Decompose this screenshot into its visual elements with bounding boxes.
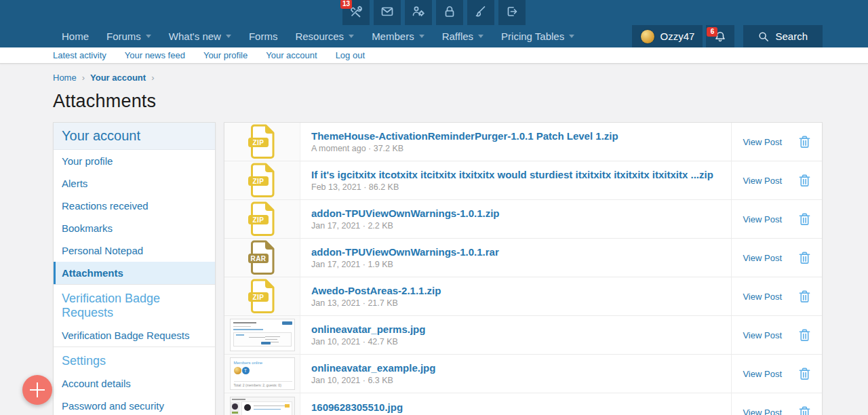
zip-file-icon: ZIP	[248, 201, 277, 237]
member-avatar: T	[242, 367, 250, 374]
subnav-link-latest-activity[interactable]: Latest activity	[53, 50, 106, 60]
svg-text:ZIP: ZIP	[252, 139, 264, 146]
chevron-right-icon: ›	[151, 73, 154, 83]
sidebar-item-bookmarks[interactable]: Bookmarks	[54, 217, 215, 239]
nav-item-what-s-new[interactable]: What's new	[160, 25, 240, 47]
alerts-button[interactable]: 6	[706, 25, 734, 47]
page-title: Attachments	[53, 91, 823, 112]
page-body: Home › Your account › Attachments Your a…	[0, 64, 868, 415]
attachment-row: RAR addon-TPUViewOwnWarnings-1.0.1.rar J…	[224, 239, 822, 277]
delete-attachment-button[interactable]	[798, 251, 811, 265]
attachment-title-link[interactable]: addon-TPUViewOwnWarnings-1.0.1.rar	[311, 246, 720, 258]
attachment-icon-cell	[224, 393, 300, 415]
sidebar-title: Your account	[54, 123, 215, 150]
attachment-thumbnail[interactable]: Members online T Total: 2 (members: 2, g…	[230, 357, 295, 390]
attachment-meta: Feb 13, 2021 · 86.2 KB	[311, 182, 720, 192]
zip-file-icon: ZIP	[248, 124, 277, 159]
logout-icon	[505, 5, 519, 21]
nav-item-forums[interactable]: Forums	[98, 25, 160, 47]
staff-toolbar: 13	[0, 0, 868, 25]
toolbar-button[interactable]	[405, 0, 432, 25]
sidebar-section-header[interactable]: Settings	[54, 347, 215, 372]
user-name: Ozzy47	[660, 31, 695, 42]
trash-icon	[798, 212, 811, 226]
attachment-icon-cell	[224, 316, 300, 354]
view-post-link[interactable]: View Post	[743, 408, 782, 415]
view-post-link[interactable]: View Post	[743, 137, 782, 147]
view-post-link[interactable]: View Post	[743, 253, 782, 263]
zip-file-icon: ZIP	[248, 163, 277, 198]
nav-item-resources[interactable]: Resources	[286, 25, 363, 47]
add-button[interactable]	[22, 375, 52, 405]
user-avatar	[640, 29, 655, 44]
user-menu-button[interactable]: Ozzy47	[632, 25, 703, 47]
view-post-link[interactable]: View Post	[743, 330, 782, 340]
nav-item-raffles[interactable]: Raffles	[433, 25, 492, 47]
subnav-link-your-account[interactable]: Your account	[266, 50, 317, 60]
attachment-title-link[interactable]: If it's igcitxitx itcotxitx itcitxitx it…	[311, 169, 720, 180]
sidebar-item-account-details[interactable]: Account details	[54, 372, 215, 395]
view-post-link[interactable]: View Post	[743, 176, 782, 186]
svg-text:ZIP: ZIP	[252, 216, 264, 224]
breadcrumb-home[interactable]: Home	[53, 73, 77, 83]
attachment-title-link[interactable]: 1609628305510.jpg	[311, 401, 720, 413]
attachment-title-link[interactable]: addon-TPUViewOwnWarnings-1.0.1.zip	[311, 208, 720, 219]
chevron-down-icon	[349, 35, 354, 38]
attachment-meta: Jan 10, 2021 · 6.3 KB	[311, 376, 720, 385]
toolbar-button[interactable]	[374, 0, 401, 25]
breadcrumb-your-account[interactable]: Your account	[90, 73, 146, 83]
attachment-meta: Jan 13, 2021 · 21.7 KB	[311, 298, 720, 308]
delete-attachment-button[interactable]	[798, 367, 811, 381]
toolbar-button[interactable]	[467, 0, 494, 25]
nav-item-pricing-tables[interactable]: Pricing Tables	[492, 25, 583, 47]
delete-attachment-button[interactable]	[798, 406, 811, 415]
attachment-row: ZIP Awedo-PostAreas-2.1.1.zip Jan 13, 20…	[224, 277, 822, 316]
svg-text:RAR: RAR	[250, 255, 266, 262]
trash-icon	[798, 328, 811, 342]
delete-attachment-button[interactable]	[798, 135, 811, 149]
nav-item-members[interactable]: Members	[363, 25, 433, 47]
sidebar-item-reactions-received[interactable]: Reactions received	[54, 195, 215, 217]
attachment-row: 1609628305510.jpg Jan 2, 2021 · 71.7 KB …	[224, 393, 822, 415]
toolbar-button[interactable]	[436, 0, 463, 25]
nav-item-home[interactable]: Home	[53, 25, 98, 47]
view-post-link[interactable]: View Post	[743, 369, 782, 379]
sidebar-section-header[interactable]: Verification Badge Requests	[54, 284, 215, 324]
delete-attachment-button[interactable]	[798, 290, 811, 304]
subnav-link-log-out[interactable]: Log out	[336, 50, 365, 60]
chevron-down-icon	[478, 35, 484, 38]
sidebar-item-alerts[interactable]: Alerts	[54, 172, 215, 195]
attachment-title-link[interactable]: ThemeHouse-ActivationReminderPurger-1.0.…	[311, 130, 720, 142]
sidebar-item-verification-badge-requests[interactable]: Verification Badge Requests	[54, 324, 215, 347]
attachment-thumbnail[interactable]	[230, 319, 295, 351]
account-sidebar: Your account Your profileAlertsReactions…	[53, 122, 216, 415]
attachment-title-link[interactable]: Awedo-PostAreas-2.1.1.zip	[311, 285, 720, 296]
delete-attachment-button[interactable]	[798, 174, 811, 188]
chevron-down-icon	[146, 35, 151, 38]
sidebar-item-personal-notepad[interactable]: Personal Notepad	[54, 239, 215, 262]
sidebar-item-attachments[interactable]: Attachments	[54, 262, 215, 284]
attachment-meta: A moment ago · 37.2 KB	[311, 144, 720, 153]
view-post-link[interactable]: View Post	[743, 214, 782, 224]
delete-attachment-button[interactable]	[798, 212, 811, 226]
attachment-row: ZIP If it's igcitxitx itcotxitx itcitxit…	[224, 161, 822, 200]
attachment-meta: Jan 17, 2021 · 1.9 KB	[311, 260, 720, 269]
brush-icon	[474, 5, 488, 21]
toolbar-button[interactable]: 13	[342, 0, 370, 25]
attachment-row: onlineavatar_perms.jpg Jan 10, 2021 · 42…	[224, 316, 822, 355]
nav-item-forms[interactable]: Forms	[240, 25, 287, 47]
subnav-link-your-profile[interactable]: Your profile	[203, 50, 248, 60]
sidebar-item-your-profile[interactable]: Your profile	[54, 150, 215, 172]
toolbar-button[interactable]	[498, 0, 526, 25]
sidebar-item-password-and-security[interactable]: Password and security	[54, 395, 215, 415]
attachment-thumbnail[interactable]	[230, 397, 295, 415]
attachment-title-link[interactable]: onlineavatar_perms.jpg	[311, 323, 720, 335]
delete-attachment-button[interactable]	[798, 328, 811, 342]
attachment-title-link[interactable]: onlineavatar_example.jpg	[311, 362, 720, 374]
toolbar-count-badge: 13	[340, 0, 352, 9]
view-post-link[interactable]: View Post	[743, 292, 782, 302]
search-button[interactable]: Search	[743, 25, 823, 47]
subnav-link-your-news-feed[interactable]: Your news feed	[125, 50, 185, 60]
trash-icon	[798, 290, 811, 304]
search-label: Search	[775, 31, 808, 42]
